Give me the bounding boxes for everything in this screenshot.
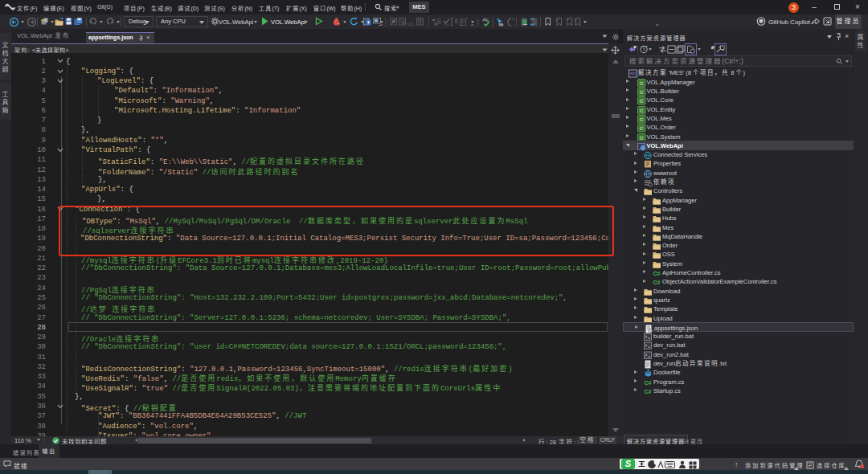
svg-text:C: C <box>640 81 644 86</box>
svg-text:C#: C# <box>645 380 652 386</box>
svg-text:C: C <box>640 99 644 104</box>
svg-text:C#: C# <box>653 271 661 276</box>
svg-text:C: C <box>640 126 644 131</box>
svg-text:C#: C# <box>645 389 652 394</box>
svg-text:C#: C# <box>653 280 661 285</box>
svg-text:abc: abc <box>483 18 489 22</box>
svg-text:C: C <box>640 135 644 140</box>
svg-text:C: C <box>640 117 644 122</box>
svg-text:C: C <box>640 108 644 112</box>
svg-text:C: C <box>640 90 644 95</box>
